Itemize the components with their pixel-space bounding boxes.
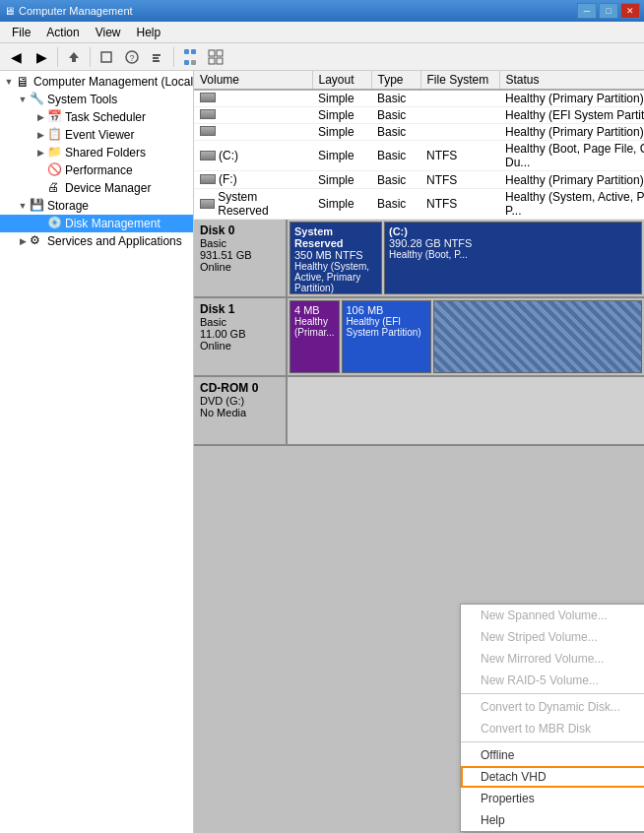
system-tools-icon: 🔧 <box>30 92 45 107</box>
cdrom-entry: CD-ROM 0 DVD (G:) No Media <box>194 377 644 446</box>
title-bar: 🖥 Computer Management ─ □ ✕ <box>0 0 644 22</box>
volume-row[interactable]: System Reserved Simple Basic NTFS Health… <box>194 189 644 220</box>
volume-cell-type: Basic <box>371 107 420 124</box>
col-header-volume[interactable]: Volume <box>194 71 312 90</box>
expand-shared: ▶ <box>33 148 47 158</box>
sidebar-item-services-apps[interactable]: ▶ ⚙ Services and Applications <box>0 232 193 250</box>
sidebar-item-event-viewer[interactable]: ▶ 📋 Event Viewer <box>0 126 193 144</box>
sidebar-label-shared-folders: Shared Folders <box>65 146 146 160</box>
maximize-button[interactable]: □ <box>599 3 618 19</box>
col-header-layout[interactable]: Layout <box>312 71 371 90</box>
sidebar-item-disk-management[interactable]: 💿 Disk Management <box>0 215 193 232</box>
sidebar-item-performance[interactable]: 🚫 Performance <box>0 161 193 179</box>
volume-row[interactable]: Simple Basic Healthy (Primary Partition) <box>194 124 644 141</box>
computer-icon: 🖥 <box>16 74 32 90</box>
volume-cell-status: Healthy (EFI System Partition) <box>499 107 644 124</box>
svg-rect-3 <box>153 54 161 56</box>
sidebar-item-task-scheduler[interactable]: ▶ 📅 Task Scheduler <box>0 108 193 126</box>
toolbar-sep-3 <box>173 47 174 67</box>
context-separator <box>461 741 644 742</box>
context-item-detach-vhd[interactable]: Detach VHD <box>461 766 644 788</box>
sidebar-label-system-tools: System Tools <box>47 93 117 106</box>
toolbar-sep-2 <box>90 47 91 67</box>
disk-1-part-2[interactable] <box>433 300 643 373</box>
volume-row[interactable]: Simple Basic Healthy (Primary Partition) <box>194 90 644 107</box>
volume-cell-name: (C:) <box>194 141 312 171</box>
task-scheduler-icon: 📅 <box>47 109 63 125</box>
disk-1-part-1[interactable]: 106 MB Healthy (EFI System Partition) <box>342 300 431 373</box>
title-bar-controls: ─ □ ✕ <box>577 3 640 19</box>
volume-row[interactable]: (C:) Simple Basic NTFS Healthy (Boot, Pa… <box>194 141 644 171</box>
svg-rect-0 <box>101 52 111 62</box>
disk-1-part-0[interactable]: 4 MB Healthy (Primar... <box>290 300 340 373</box>
volume-cell-filesystem <box>420 107 499 124</box>
content-area: Volume Layout Type File System Status Si… <box>194 71 644 833</box>
part-sysreserved-name: System Reserved <box>294 225 377 249</box>
volume-cell-layout: Simple <box>312 107 371 124</box>
performance-icon: 🚫 <box>47 162 63 178</box>
context-item-offline[interactable]: Offline <box>461 744 644 766</box>
menu-bar: File Action View Help <box>0 22 644 43</box>
volume-row[interactable]: Simple Basic Healthy (EFI System Partiti… <box>194 107 644 124</box>
context-item-help[interactable]: Help <box>461 809 644 831</box>
menu-action[interactable]: Action <box>38 24 87 41</box>
context-menu: New Spanned Volume...New Striped Volume.… <box>460 604 644 832</box>
svg-rect-10 <box>209 50 215 56</box>
show-hide-button[interactable] <box>95 46 118 68</box>
disk-0-name: Disk 0 <box>200 224 280 237</box>
context-item-properties[interactable]: Properties <box>461 788 644 809</box>
part-c-size: 390.28 GB NTFS <box>389 237 637 249</box>
disk-1-name: Disk 1 <box>200 302 280 316</box>
sidebar-item-system-tools[interactable]: ▼ 🔧 System Tools <box>0 91 193 108</box>
volume-cell-status: Healthy (Primary Partition) <box>499 124 644 141</box>
col-header-filesystem[interactable]: File System <box>420 71 499 90</box>
view-button[interactable] <box>204 46 227 68</box>
col-header-status[interactable]: Status <box>499 71 644 90</box>
disk-1-info: Disk 1 Basic 11.00 GB Online <box>194 298 288 375</box>
sidebar-label-disk-management: Disk Management <box>65 217 161 230</box>
menu-file[interactable]: File <box>4 24 38 41</box>
svg-rect-9 <box>191 60 196 65</box>
disk-0-part-c[interactable]: (C:) 390.28 GB NTFS Healthy (Boot, P... <box>384 222 642 294</box>
menu-help[interactable]: Help <box>129 24 169 41</box>
sidebar-item-root[interactable]: ▼ 🖥 Computer Management (Local <box>0 73 193 91</box>
volume-cell-filesystem <box>420 124 499 141</box>
expand-task: ▶ <box>33 112 47 122</box>
disk-1-size: 11.00 GB <box>200 328 280 340</box>
sidebar-item-device-manager[interactable]: 🖨 Device Manager <box>0 179 193 197</box>
volume-cell-status: Healthy (Primary Partition) <box>499 90 644 107</box>
part-sysreserved-status: Healthy (System, Active, Primary Partiti… <box>294 261 377 293</box>
context-item-convert-to-mbr-disk: Convert to MBR Disk <box>461 718 644 739</box>
export-button[interactable] <box>146 46 169 68</box>
up-button[interactable] <box>62 46 86 68</box>
services-icon: ⚙ <box>30 233 45 249</box>
forward-button[interactable]: ▶ <box>30 46 53 68</box>
close-button[interactable]: ✕ <box>620 3 640 19</box>
col-header-type[interactable]: Type <box>371 71 420 90</box>
event-viewer-icon: 📋 <box>47 127 63 143</box>
sidebar-item-storage[interactable]: ▼ 💾 Storage <box>0 197 193 215</box>
volume-row[interactable]: (F:) Simple Basic NTFS Healthy (Primary … <box>194 171 644 189</box>
properties-button[interactable] <box>178 46 202 68</box>
back-button[interactable]: ◀ <box>4 46 28 68</box>
help-button[interactable]: ? <box>120 46 144 68</box>
disk1-part1-size: 106 MB <box>347 304 426 316</box>
disk-1-type: Basic <box>200 316 280 328</box>
cdrom-type: DVD (G:) <box>200 395 280 407</box>
title-bar-text: Computer Management <box>19 5 133 17</box>
sidebar-item-shared-folders[interactable]: ▶ 📁 Shared Folders <box>0 144 193 161</box>
disk-0-part-sysreserved[interactable]: System Reserved 350 MB NTFS Healthy (Sys… <box>290 222 382 294</box>
volume-table: Volume Layout Type File System Status Si… <box>194 71 644 220</box>
volume-cell-type: Basic <box>371 90 420 107</box>
disk-0-entry: Disk 0 Basic 931.51 GB Online System Res… <box>194 220 644 298</box>
disk-1-entry: Disk 1 Basic 11.00 GB Online 4 MB Health… <box>194 298 644 377</box>
volume-cell-name <box>194 124 312 141</box>
minimize-button[interactable]: ─ <box>577 3 597 19</box>
shared-folders-icon: 📁 <box>47 145 63 160</box>
disk-0-partitions: System Reserved 350 MB NTFS Healthy (Sys… <box>288 220 644 296</box>
device-manager-icon: 🖨 <box>47 180 63 196</box>
disk1-part1-status: Healthy (EFI System Partition) <box>347 316 426 338</box>
sidebar-label-task-scheduler: Task Scheduler <box>65 110 146 124</box>
expand-system-tools: ▼ <box>16 95 30 104</box>
menu-view[interactable]: View <box>88 24 129 41</box>
